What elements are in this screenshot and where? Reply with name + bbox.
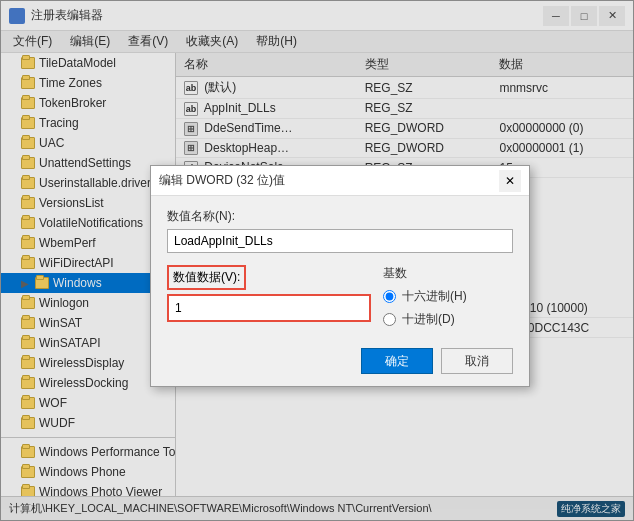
dialog-body: 数值名称(N): 数值数据(V): 基数 十六进制(H) (151, 196, 529, 340)
radio-group: 十六进制(H) 十进制(D) (383, 288, 513, 328)
cancel-button[interactable]: 取消 (441, 348, 513, 374)
radio-hex[interactable] (383, 290, 396, 303)
radio-dec-item[interactable]: 十进制(D) (383, 311, 513, 328)
dialog-title-text: 编辑 DWORD (32 位)值 (159, 172, 285, 189)
dialog-overlay: 编辑 DWORD (32 位)值 ✕ 数值名称(N): 数值数据(V): 基数 (0, 0, 634, 521)
dialog-middle-row: 数值数据(V): 基数 十六进制(H) 十进制(D) (167, 265, 513, 328)
base-section: 基数 十六进制(H) 十进制(D) (383, 265, 513, 328)
radio-hex-label: 十六进制(H) (402, 288, 467, 305)
value-data-section: 数值数据(V): (167, 265, 371, 322)
value-data-label: 数值数据(V): (173, 270, 240, 284)
radio-hex-item[interactable]: 十六进制(H) (383, 288, 513, 305)
value-name-input[interactable] (167, 229, 513, 253)
radio-dec[interactable] (383, 313, 396, 326)
value-name-label: 数值名称(N): (167, 208, 513, 225)
dialog-title-bar: 编辑 DWORD (32 位)值 ✕ (151, 166, 529, 196)
value-data-label-wrapper: 数值数据(V): (167, 265, 246, 290)
base-label: 基数 (383, 265, 513, 282)
radio-dec-label: 十进制(D) (402, 311, 455, 328)
ok-button[interactable]: 确定 (361, 348, 433, 374)
value-data-input[interactable] (167, 294, 371, 322)
dialog-footer: 确定 取消 (151, 340, 529, 386)
dialog-close-button[interactable]: ✕ (499, 170, 521, 192)
edit-dword-dialog: 编辑 DWORD (32 位)值 ✕ 数值名称(N): 数值数据(V): 基数 (150, 165, 530, 387)
